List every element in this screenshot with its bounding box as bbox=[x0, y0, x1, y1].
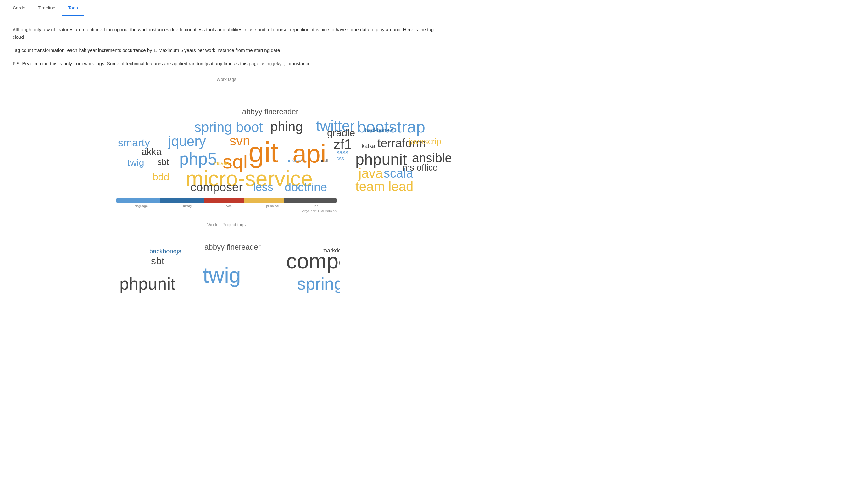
tag-word: abbyy finereader bbox=[242, 108, 299, 116]
tag-word: phing bbox=[271, 120, 303, 134]
legend-bar-container: languagelibraryvcsprincipaltool bbox=[116, 198, 337, 208]
work-tags-section: Work tags gitapimicro-servicesqlphp5boot… bbox=[12, 77, 440, 213]
tag-word: twig bbox=[127, 157, 144, 168]
tag-word: akka bbox=[142, 146, 161, 157]
tag-word: sass bbox=[337, 149, 348, 156]
tag-word: git bbox=[248, 137, 278, 168]
tag-word: xframe bbox=[288, 158, 303, 163]
work-tags-cloud: gitapimicro-servicesqlphp5bootstraptwitt… bbox=[113, 88, 340, 195]
tag-word: backbonejs bbox=[365, 127, 394, 134]
tag-word: gradle bbox=[327, 127, 355, 139]
legend-segment bbox=[244, 198, 284, 203]
legend-label: principal bbox=[266, 204, 279, 208]
tag-word: maven bbox=[214, 160, 229, 166]
work-project-tags-cloud: abbyy finereadersbttwigcomposerphpunitba… bbox=[113, 234, 340, 296]
work-tags-title: Work tags bbox=[217, 77, 237, 82]
legend-segment bbox=[160, 198, 205, 203]
tag-word: sbt bbox=[151, 256, 164, 267]
tag-word: less bbox=[253, 181, 273, 193]
legend-label: library bbox=[182, 204, 192, 208]
tag-word: svn bbox=[229, 134, 250, 148]
tag-word: phpunit bbox=[120, 274, 175, 293]
tabs-bar: Cards Timeline Tags bbox=[0, 0, 868, 17]
legend-labels: languagelibraryvcsprincipaltool bbox=[116, 204, 337, 208]
tag-word: jquery bbox=[168, 134, 206, 149]
tag-word: doctrine bbox=[285, 181, 327, 194]
tag-word: java bbox=[359, 166, 383, 181]
tab-tags[interactable]: Tags bbox=[62, 0, 84, 17]
tag-word: kafka bbox=[362, 143, 375, 149]
work-project-tags-section: Work + Project tags abbyy finereadersbtt… bbox=[12, 222, 440, 296]
legend-label: vcs bbox=[226, 204, 232, 208]
tag-word: php5 bbox=[179, 149, 217, 168]
legend-segment bbox=[284, 198, 337, 203]
intro-line1: Although only few of features are mentio… bbox=[12, 26, 440, 41]
tag-word: css bbox=[337, 156, 344, 161]
legend-bar bbox=[116, 198, 337, 203]
main-content: Although only few of features are mentio… bbox=[0, 17, 453, 316]
tag-word: spring boot bbox=[194, 120, 263, 135]
legend-segment bbox=[205, 198, 244, 203]
tag-word: markdown bbox=[322, 248, 340, 254]
tag-word: backbonejs bbox=[149, 248, 181, 255]
legend-label: tool bbox=[314, 204, 319, 208]
tag-word: team lead bbox=[355, 179, 413, 194]
tag-word: ms office bbox=[403, 163, 438, 173]
tab-timeline[interactable]: Timeline bbox=[31, 0, 62, 17]
tag-word: sbt bbox=[157, 157, 169, 167]
tag-word: api bbox=[292, 140, 326, 168]
legend-label: language bbox=[134, 204, 148, 208]
intro-line3: P.S. Bear in mind this is only from work… bbox=[12, 60, 440, 67]
tag-word: javascript bbox=[409, 137, 443, 146]
tag-word: xstl bbox=[321, 158, 328, 163]
tag-word: composer bbox=[190, 181, 243, 194]
anychart-label: AnyChart Trial Version bbox=[116, 209, 337, 213]
tag-word: twig bbox=[203, 263, 241, 287]
tab-cards[interactable]: Cards bbox=[6, 0, 31, 17]
tag-word: bdd bbox=[153, 172, 169, 183]
tag-word: spring boot bbox=[297, 274, 340, 293]
tag-word: abbyy finereader bbox=[205, 243, 261, 251]
legend-segment bbox=[116, 198, 160, 203]
work-project-tags-title: Work + Project tags bbox=[207, 222, 246, 227]
intro-line2: Tag count transformation: each half year… bbox=[12, 47, 440, 54]
